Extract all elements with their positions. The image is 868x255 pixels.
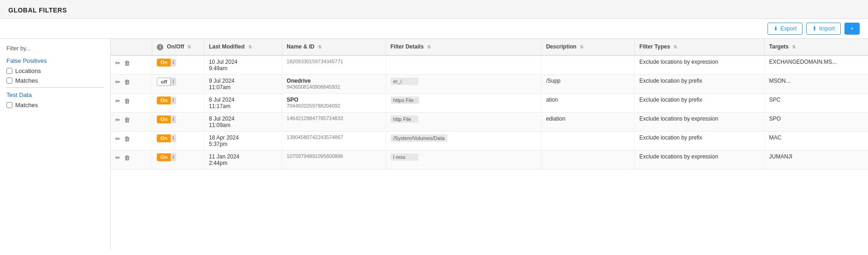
- status-toggle[interactable]: ⁞: [171, 115, 176, 123]
- delete-icon[interactable]: 🗑: [124, 97, 130, 104]
- filter-type-value: Exclude location by prefix: [639, 97, 702, 103]
- sidebar-item-test-data[interactable]: Test Data: [0, 90, 110, 100]
- col-targets[interactable]: Targets ⇅: [764, 39, 868, 55]
- row-actions: ✏ 🗑: [115, 97, 147, 104]
- row-actions: ✏ 🗑: [115, 78, 147, 85]
- name-id-cell: Onedrive 9436508140908645931: [282, 74, 386, 93]
- export-icon: ⬇: [773, 25, 778, 32]
- filter-detail-value: http File: [391, 115, 418, 123]
- filter-type-cell: Exclude locations by expression: [635, 112, 764, 131]
- filter-type-cell: Exclude locations by expression: [635, 55, 764, 75]
- edit-icon[interactable]: ✏: [115, 97, 120, 104]
- filter-type-value: Exclude location by prefix: [639, 78, 702, 84]
- targets-value: MAC: [769, 134, 782, 141]
- date-value: 18 Apr 2024: [209, 134, 277, 141]
- matches-td-checkbox[interactable]: [6, 102, 12, 108]
- targets-cell: JUMANJI: [764, 150, 868, 169]
- filter-type-cell: Exclude locations by expression: [635, 150, 764, 169]
- targets-cell: MSON...: [764, 74, 868, 93]
- date-cell: 8 Jul 2024 11:17am: [204, 93, 282, 112]
- col-name-id[interactable]: Name & ID ⇅: [282, 39, 386, 55]
- edit-icon[interactable]: ✏: [115, 135, 120, 142]
- col-filter-details[interactable]: Filter Details ⇅: [386, 39, 541, 55]
- edit-icon[interactable]: ✏: [115, 116, 120, 123]
- filter-type-cell: Exclude location by prefix: [635, 131, 764, 150]
- sidebar-item-locations: Locations: [0, 66, 110, 76]
- name-id-cell: SPO 7044920259788204092: [282, 93, 386, 112]
- delete-icon[interactable]: 🗑: [124, 135, 130, 142]
- table-row: ✏ 🗑 On ⁞ 8 Jul 2024 11:09am 146421298477…: [111, 112, 868, 131]
- date-value: 9 Jul 2024: [209, 78, 277, 84]
- locations-checkbox[interactable]: [6, 68, 12, 74]
- filter-detail-cell: https File :: [386, 93, 541, 112]
- filter-type-value: Exclude location by prefix: [639, 134, 702, 141]
- sidebar-divider: [6, 87, 104, 88]
- matches-fp-label: Matches: [15, 77, 38, 84]
- status-toggle[interactable]: ⁞: [171, 59, 176, 67]
- toolbar: ⬇ Export ⬆ Import +: [0, 19, 868, 39]
- filter-detail-cell: [386, 55, 541, 75]
- targets-cell: EXCHANGEDOMAIN:MS...: [764, 55, 868, 75]
- status-toggle[interactable]: ⁞: [171, 153, 176, 161]
- status-info-icon: i: [157, 44, 163, 50]
- matches-td-label: Matches: [15, 102, 38, 109]
- description-cell: [541, 55, 634, 75]
- description-cell: /Supp: [541, 74, 634, 93]
- status-badge[interactable]: On ⁞: [157, 153, 176, 161]
- filter-type-value: Exclude locations by expression: [639, 59, 718, 65]
- status-toggle[interactable]: ⁞: [171, 134, 176, 142]
- sidebar-item-matches-fp: Matches: [0, 76, 110, 85]
- date-value: 8 Jul 2024: [209, 115, 277, 122]
- date-value: 8 Jul 2024: [209, 97, 277, 103]
- import-button[interactable]: ⬆ Import: [806, 23, 841, 35]
- status-badge[interactable]: On ⁞: [157, 97, 176, 104]
- col-status[interactable]: i On/Off ⇅: [152, 39, 204, 55]
- delete-icon[interactable]: 🗑: [124, 154, 130, 161]
- delete-icon[interactable]: 🗑: [124, 60, 130, 67]
- delete-icon[interactable]: 🗑: [124, 116, 130, 123]
- date-cell: 10 Jul 2024 9:49am: [204, 55, 282, 75]
- on-label: On: [157, 134, 171, 142]
- filter-detail-value: l ress: [391, 153, 418, 161]
- filter-detail-value: /System/Volumes/Data: [391, 134, 447, 142]
- on-label: On: [157, 153, 171, 161]
- delete-icon[interactable]: 🗑: [124, 79, 130, 85]
- description-value: ation: [546, 97, 558, 103]
- filter-by-label: Filter by...: [0, 43, 110, 55]
- sidebar-item-false-positives[interactable]: False Positives: [0, 55, 110, 66]
- col-description[interactable]: Description ⇅: [541, 39, 634, 55]
- sort-icon-description: ⇅: [580, 44, 583, 49]
- main-layout: Filter by... False Positives Locations M…: [0, 39, 868, 250]
- filter-type-cell: Exclude location by prefix: [635, 93, 764, 112]
- edit-icon[interactable]: ✏: [115, 60, 120, 67]
- col-filter-types[interactable]: Filter Types ⇅: [635, 39, 764, 55]
- matches-fp-checkbox[interactable]: [6, 78, 12, 84]
- edit-icon[interactable]: ✏: [115, 79, 120, 85]
- status-badge[interactable]: On ⁞: [157, 59, 176, 67]
- export-button[interactable]: ⬇ Export: [767, 23, 803, 35]
- filter-name: SPO: [287, 97, 381, 103]
- name-id-cell: 14642129847785724833: [282, 112, 386, 131]
- time-value: 11:09am: [209, 122, 277, 128]
- sort-icon-last-modified: ⇅: [248, 44, 252, 49]
- content-area: i On/Off ⇅ Last Modified ⇅ Name & ID ⇅: [111, 39, 868, 250]
- status-badge[interactable]: off ⁞: [157, 78, 176, 86]
- targets-cell: SPC: [764, 93, 868, 112]
- edit-icon[interactable]: ✏: [115, 154, 120, 161]
- description-value: /Supp: [546, 78, 560, 84]
- date-cell: 9 Jul 2024 11:07am: [204, 74, 282, 93]
- status-badge[interactable]: On ⁞: [157, 134, 176, 142]
- status-badge[interactable]: On ⁞: [157, 115, 176, 123]
- filter-id: 7044920259788204092: [287, 103, 381, 109]
- status-toggle[interactable]: ⁞: [171, 78, 176, 86]
- name-id-cell: 10759794891095600886: [282, 150, 386, 169]
- name-id-cell: 13904580742243574867: [282, 131, 386, 150]
- filter-name: Onedrive: [287, 78, 381, 84]
- status-toggle[interactable]: ⁞: [171, 97, 176, 104]
- sort-icon-name-id: ⇅: [318, 44, 321, 49]
- add-button[interactable]: +: [844, 23, 860, 35]
- time-value: 2:44pm: [209, 160, 277, 166]
- col-last-modified[interactable]: Last Modified ⇅: [204, 39, 282, 55]
- targets-value: SPO: [769, 115, 781, 122]
- add-label: +: [850, 25, 854, 32]
